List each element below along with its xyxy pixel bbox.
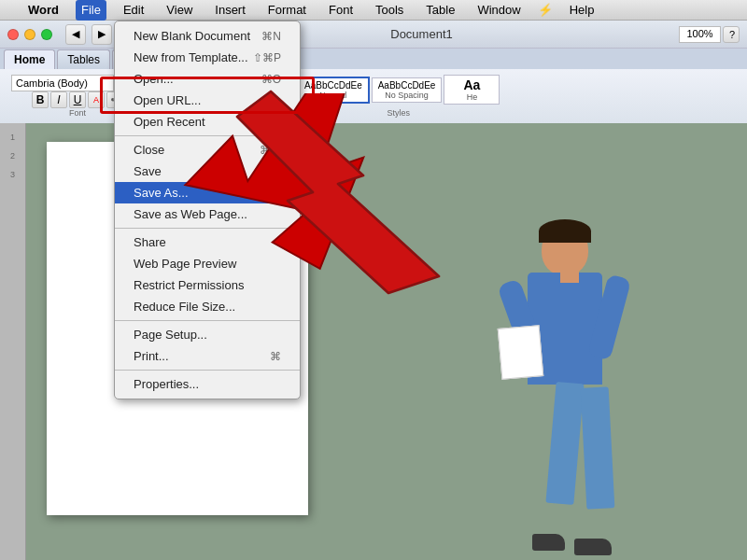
menu-save-web[interactable]: Save as Web Page... (115, 203, 300, 225)
menu-close[interactable]: Close ⌘W (115, 139, 300, 161)
window-controls (7, 29, 52, 40)
format-buttons-row: B I U A ✏ (32, 91, 123, 108)
menu-open-url[interactable]: Open URL... (115, 90, 300, 111)
menu-save-as[interactable]: Save As... ⇧⌘S (115, 182, 300, 203)
style-normal-name: Normal (304, 91, 362, 100)
style-nospacing-name: No Spacing (378, 91, 436, 100)
font-name-input[interactable] (11, 75, 114, 91)
tab-tables[interactable]: Tables (57, 49, 110, 69)
menu-share[interactable]: Share (115, 231, 300, 253)
color-button[interactable]: A (88, 91, 105, 108)
menu-open-recent[interactable]: Open Recent ▶ (115, 111, 300, 133)
styles-group-label: Styles (387, 108, 410, 118)
italic-button[interactable]: I (50, 91, 67, 108)
menu-new-template[interactable]: New from Template... ⇧⌘P (115, 47, 300, 68)
zoom-control: 100% ? (679, 26, 740, 43)
style-normal[interactable]: AaBbCcDdEe Normal (297, 77, 370, 104)
font-group-label: Font (69, 108, 86, 118)
menu-file[interactable]: File (76, 0, 106, 21)
separator-1 (115, 135, 300, 136)
minimize-button[interactable] (24, 29, 35, 40)
menu-edit[interactable]: Edit (118, 0, 149, 21)
menu-reduce[interactable]: Reduce File Size... (115, 296, 300, 317)
left-ruler: 1 2 3 (0, 123, 26, 560)
menu-web-preview[interactable]: Web Page Preview (115, 253, 300, 274)
document-background: 1 2 3 (0, 123, 747, 560)
styles-row: AaBbCcDdEe Normal AaBbCcDdEe No Spacing … (297, 75, 500, 105)
menu-open[interactable]: Open... ⌘O (115, 68, 300, 90)
menu-page-setup[interactable]: Page Setup... (115, 324, 300, 345)
tab-home[interactable]: Home (4, 49, 55, 69)
bold-button[interactable]: B (32, 91, 49, 108)
toolbar-top-row: ◀ ▶ 📄 🖨 Document1 100% ? (0, 21, 747, 49)
document-title: Document1 (390, 27, 452, 41)
menu-help[interactable]: Help (564, 0, 600, 21)
menu-save[interactable]: Save ⌘S (115, 161, 300, 182)
maximize-button[interactable] (41, 29, 52, 40)
menu-restrict[interactable]: Restrict Permissions (115, 274, 300, 296)
separator-2 (115, 228, 300, 229)
menu-print[interactable]: Print... ⌘ (115, 345, 300, 367)
style-normal-preview: AaBbCcDdEe (304, 80, 362, 91)
style-no-spacing[interactable]: AaBbCcDdEe No Spacing (372, 77, 443, 103)
separator-3 (115, 320, 300, 321)
toolbar-area: ◀ ▶ 📄 🖨 Document1 100% ? Home Tables Cha… (0, 21, 747, 123)
person-figure (430, 205, 672, 560)
style-heading[interactable]: Aa He (444, 75, 500, 105)
menu-format[interactable]: Format (262, 0, 312, 21)
style-h1-name: He (450, 92, 493, 102)
menu-tools[interactable]: Tools (370, 0, 409, 21)
menu-view[interactable]: View (161, 0, 198, 21)
file-dropdown-menu: New Blank Document ⌘N New from Template.… (114, 21, 301, 399)
ribbon-content: B I U A ✏ Font ≡ ≡ ≡ ☰ ① → ↕ ▦ 🎨 ¶ (0, 69, 747, 123)
menu-bar: Word File Edit View Insert Format Font T… (0, 0, 747, 21)
toolbar-fwd-btn[interactable]: ▶ (92, 24, 112, 45)
style-nospacing-preview: AaBbCcDdEe (378, 80, 436, 91)
toolbar-back-btn[interactable]: ◀ (65, 24, 86, 45)
zoom-value[interactable]: 100% (679, 26, 721, 43)
menu-window[interactable]: Window (472, 0, 526, 21)
underline-button[interactable]: U (69, 91, 86, 108)
style-h1-preview: Aa (450, 77, 493, 92)
menu-font[interactable]: Font (323, 0, 359, 21)
separator-4 (115, 370, 300, 371)
menu-word[interactable]: Word (22, 0, 64, 21)
lightning-icon: ⚡ (538, 3, 553, 17)
zoom-help-btn[interactable]: ? (723, 26, 740, 43)
menu-table[interactable]: Table (420, 0, 460, 21)
ribbon-styles-group: AaBbCcDdEe Normal AaBbCcDdEe No Spacing … (291, 73, 505, 119)
close-button[interactable] (7, 29, 19, 40)
ribbon-tabs: Home Tables Charts SmartArt Review (0, 49, 747, 69)
menu-properties[interactable]: Properties... (115, 373, 300, 395)
menu-insert[interactable]: Insert (209, 0, 251, 21)
menu-new-blank[interactable]: New Blank Document ⌘N (115, 25, 300, 47)
